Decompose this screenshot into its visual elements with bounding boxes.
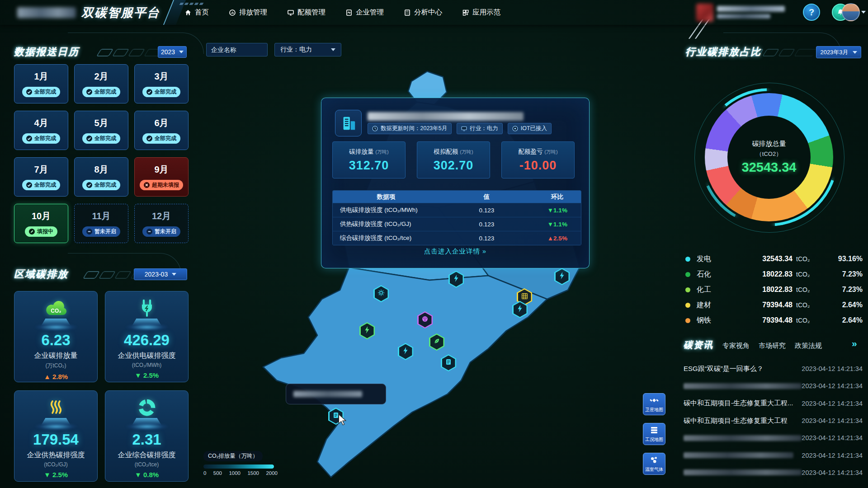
calendar-month-12[interactable]: 12月暂未开启 [134,204,189,243]
popup-stat-boxes: 碳排放量 (万吨)312.70模拟配额 (万吨)302.70配额盈亏 (万吨)-… [332,141,575,178]
news-item-4[interactable]: 碳中和五期项目-生态修复重大工程2023-04-12 14:21:34 [684,412,863,429]
news-item-5[interactable]: 2023-04-12 14:21:34 [684,429,863,446]
region-metric-cards: CO₂6.23企业碳排放量(万tCO₂)▲ 2.8%426.29企业供电碳排强度… [14,291,191,482]
table-cell-delta: ▼1.1% [534,207,581,214]
bolt-icon [403,347,408,356]
dashboard-root: 双碳智服平台 首页排放管理配额管理企业管理分析中心应用示范 ? 数据报送日历 2… [0,0,868,488]
industry-period-value: 2023年3月 [820,48,848,56]
map-mini-tooltip [286,384,386,404]
news-item-3[interactable]: 碳中和五期项目-生态修复重大工程...2023-04-12 14:21:34 [684,395,863,412]
calendar-month-9[interactable]: 9月超期未填报 [134,157,189,197]
news-tabs: 专家视角市场研究政策法规 [722,342,822,350]
news-tab-2[interactable]: 市场研究 [759,342,786,350]
calendar-month-8[interactable]: 8月全部完成 [74,157,128,197]
bolt-icon [453,275,459,284]
mouse-cursor [337,414,347,427]
calendar-month-6[interactable]: 6月全部完成 [134,111,189,150]
nav-item-5[interactable]: 分析中心 [404,8,442,17]
news-item-7[interactable]: 2023-04-12 14:21:34 [684,464,863,481]
update-time-badge: 数据更新时间：2023年5月 [368,123,452,134]
layer-button-1[interactable]: 卫星地图 [643,393,665,415]
status-done-icon [86,136,92,141]
layer-button-2[interactable]: 工况地图 [643,423,665,445]
legend-name: 建材 [697,300,738,310]
calendar-year-value: 2023 [161,48,175,56]
news-item-2[interactable]: 2023-04-12 14:21:34 [684,377,863,394]
calendar-month-3[interactable]: 3月全部完成 [134,64,189,103]
calendar-title-ornament [99,49,165,56]
home-icon [184,9,192,16]
satellite-icon [650,396,659,406]
help-button[interactable]: ? [803,4,820,21]
region-month-dropdown[interactable]: 2023-03 [134,268,187,280]
news-item-1[interactable]: ESG跟“双碳”是一回事么？2023-04-12 14:21:34 [684,360,863,377]
table-row: 综合碳排放强度 (tCO₂/tce)0.123▲2.5% [333,231,581,245]
nav-item-label: 分析中心 [414,8,442,17]
status-pending-icon [146,229,152,235]
legend-dot-icon [685,287,690,292]
industry-month-dropdown[interactable]: 2023年3月 [816,46,861,58]
calendar-month-2[interactable]: 2月全部完成 [74,64,128,103]
iot-badge: IOT已接入 [508,123,552,134]
nav-item-3[interactable]: 配额管理 [287,8,326,17]
news-tab-1[interactable]: 专家视角 [722,342,750,350]
news-tab-3[interactable]: 政策法规 [795,342,822,350]
legend-name: 发电 [697,254,738,264]
user-avatar[interactable] [842,3,860,21]
calendar-month-4[interactable]: 4月全部完成 [14,111,68,150]
calendar-month-5[interactable]: 5月全部完成 [74,111,128,150]
month-label: 1月 [34,70,48,83]
org-subname-redacted [717,14,770,19]
top-header: 双碳智服平台 首页排放管理配额管理企业管理分析中心应用示范 ? [0,0,868,25]
news-item-6[interactable]: 2023-04-12 14:21:34 [684,446,863,464]
news-more-arrow[interactable]: » [852,338,857,349]
legend-value: 79394.48 [738,316,793,324]
nav-item-2[interactable]: 排放管理 [229,8,267,17]
metric-unit: (tCO₂/GJ) [44,461,68,468]
nav-item-label: 首页 [195,8,209,17]
calendar-panel-title: 数据报送日历 [14,45,79,59]
co2-legend-ticks: 0500100015002000 [203,470,278,476]
chevron-down-icon [179,51,184,53]
table-cell-value: 0.123 [439,221,534,228]
calendar-month-11[interactable]: 11月暂未开启 [74,204,128,243]
logo-prefix-redacted [17,7,76,18]
calendar-year-dropdown[interactable]: 2023 [158,46,187,58]
nav-item-1[interactable]: 首页 [184,8,209,17]
metric-value: 426.29 [124,332,170,349]
clock-icon [372,126,378,131]
iot-badge-text: IOT已接入 [521,125,547,132]
emission-icon [229,9,236,16]
grid-icon [522,293,528,301]
stat-value: 302.70 [434,159,474,173]
company-name-input[interactable] [206,43,268,56]
calendar-month-10[interactable]: 10月填报中 [14,204,68,243]
user-menu-caret-icon[interactable] [861,11,866,14]
palette-icon [422,316,428,324]
layer-button-3[interactable]: 温室气体 [643,453,665,475]
bolt-icon [517,305,523,314]
nav-item-4[interactable]: 企业管理 [345,8,384,17]
doc-icon [446,359,451,367]
gear-icon [378,290,384,298]
month-status-badge: 全部完成 [142,87,180,97]
calendar-month-7[interactable]: 7月全部完成 [14,157,68,197]
industry-filter-value: 行业：电力 [280,46,312,54]
status-done-icon [146,89,152,95]
legend-value: 18022.83 [738,270,793,278]
stat-label: 配额盈亏 (万吨) [518,148,557,156]
enterprise-detail-link[interactable]: 点击进入企业详情 » [321,247,589,256]
table-cell-delta: ▲2.5% [534,235,581,242]
calendar-month-1[interactable]: 1月全部完成 [14,64,68,103]
nav-item-label: 企业管理 [356,8,384,17]
metric-unit: (tCO₂/MWh) [132,362,161,368]
industry-badge: 行业：电力 [457,123,503,134]
co2-tick: 1000 [229,470,241,476]
region-metric-card-3: 179.54企业供热碳排强度(tCO₂/GJ)▼ 2.5% [14,390,98,482]
table-row: 供热碳排放强度 (tCO₂/GJ)0.123▼1.1% [333,217,581,231]
industry-filter-select[interactable]: 行业：电力 [274,43,341,56]
metric-label: 企业综合碳排强度 [118,450,176,460]
nav-item-6[interactable]: 应用示范 [462,8,500,17]
month-status-badge: 全部完成 [82,133,120,144]
month-label: 7月 [34,164,48,176]
